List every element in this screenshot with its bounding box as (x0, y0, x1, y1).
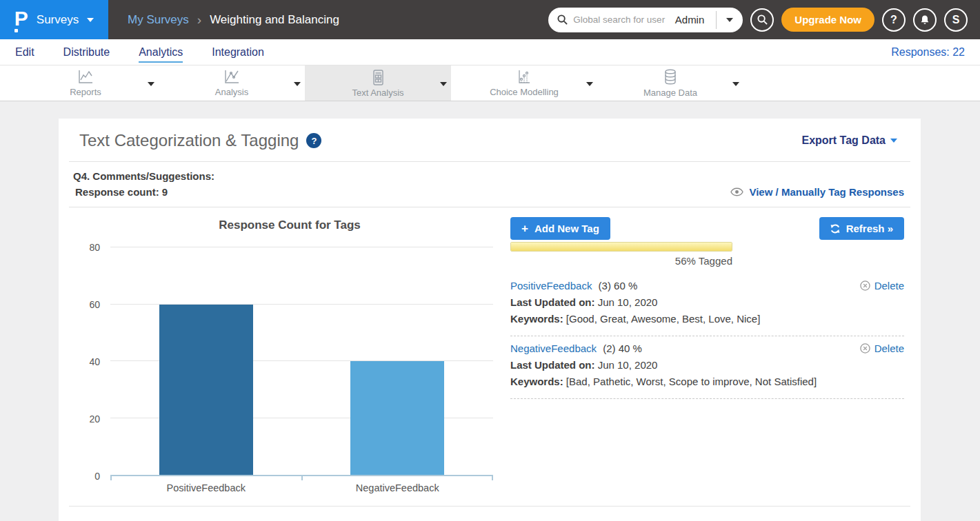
tag-keywords-line: Keywords: [Good, Great, Awesome, Best, L… (510, 313, 904, 325)
y-axis-tick-label: 0 (94, 471, 100, 482)
chevron-down-icon[interactable] (586, 82, 593, 86)
tagged-progress-bar (510, 242, 732, 252)
tab-text-analysis[interactable]: Text Analysis (305, 65, 451, 101)
chart-plot (110, 247, 493, 476)
tag-keywords-line: Keywords: [Bad, Pathetic, Worst, Scope t… (510, 376, 904, 387)
tag-entry: PositiveFeedback (3) 60 % Last Updated o… (510, 274, 904, 336)
chevron-down-icon[interactable] (726, 18, 733, 22)
chart-ylabels: 020406080 (69, 247, 110, 476)
nav-item-distribute[interactable]: Distribute (63, 41, 110, 63)
upgrade-now-button[interactable]: Upgrade Now (781, 8, 874, 32)
x-axis-tick (110, 475, 112, 480)
help-icon[interactable]: ? (306, 133, 321, 148)
nav-item-edit[interactable]: Edit (15, 41, 34, 63)
tab-reports[interactable]: Reports (12, 65, 159, 101)
tag-updated-line: Last Updated on: Jun 10, 2020 (510, 296, 904, 308)
chevron-down-icon (890, 139, 897, 143)
y-axis-tick-label: 40 (89, 356, 100, 367)
tag-list: PositiveFeedback (3) 60 % Last Updated o… (510, 274, 904, 399)
page-title: Text Categorization & Tagging ? (79, 131, 321, 150)
brand-logo: P (14, 8, 28, 32)
text-tagging-card: Text Categorization & Tagging ? Export T… (59, 119, 921, 521)
view-manually-tag-link[interactable]: View / Manually Tag Responses (730, 186, 904, 198)
tab-analysis[interactable]: Analysis (159, 65, 305, 101)
question-title: Q4. Comments/Suggestions: (73, 170, 214, 182)
x-axis-category-label: NegativeFeedback (302, 482, 494, 493)
product-switcher[interactable]: P Surveys (0, 0, 108, 39)
search-icon (757, 14, 768, 25)
gridline (110, 247, 493, 247)
help-button[interactable]: ? (882, 8, 906, 32)
tag-name-link[interactable]: NegativeFeedback (510, 343, 597, 354)
y-axis-tick-label: 80 (89, 242, 100, 253)
response-count: Response count: 9 (73, 186, 214, 198)
export-tag-data-dropdown[interactable]: Export Tag Data (802, 134, 898, 147)
add-new-tag-button[interactable]: + Add New Tag (510, 217, 610, 240)
delete-circle-x-icon (860, 343, 870, 354)
nav-item-integration[interactable]: Integration (212, 41, 264, 63)
tag-count-percent: (3) 60 % (599, 280, 638, 292)
y-axis-tick-label: 60 (89, 299, 100, 310)
tab-choice-modelling[interactable]: Choice Modelling (451, 65, 597, 101)
line-chart-icon (77, 69, 94, 85)
delete-circle-x-icon (860, 280, 870, 291)
chevron-down-icon (87, 18, 94, 22)
product-name: Surveys (37, 13, 79, 27)
chevron-down-icon[interactable] (294, 82, 301, 86)
tagged-progress-label: 56% Tagged (510, 255, 732, 267)
bar-PositiveFeedback (159, 305, 253, 476)
chevron-down-icon[interactable] (148, 82, 154, 86)
card-header: Text Categorization & Tagging ? Export T… (59, 119, 921, 161)
breadcrumb-separator-icon: › (197, 12, 201, 28)
tag-count-percent: (2) 40 % (603, 343, 642, 354)
top-header-bar: P Surveys My Surveys › Weighting and Bal… (0, 0, 980, 39)
analytics-module-tabs: Reports Analysis Text Analysis Choice Mo… (0, 65, 980, 101)
x-axis-category-label: PositiveFeedback (110, 482, 302, 493)
refresh-button[interactable]: Refresh » (819, 217, 904, 240)
tab-manage-data[interactable]: Manage Data (597, 65, 743, 101)
response-count-chart: Response Count for Tags 020406080 Positi… (69, 212, 510, 493)
search-button[interactable] (750, 8, 774, 32)
search-icon (557, 14, 568, 25)
plus-icon: + (521, 223, 528, 234)
global-search-input[interactable] (573, 14, 669, 25)
tag-name-link[interactable]: PositiveFeedback (510, 280, 592, 292)
database-icon (661, 68, 679, 86)
logo-dot (14, 29, 18, 32)
avatar[interactable]: S (944, 8, 968, 32)
question-summary: Q4. Comments/Suggestions: Response count… (59, 162, 921, 207)
y-axis-tick-label: 20 (89, 413, 100, 425)
divider (716, 11, 717, 29)
chevron-down-icon[interactable] (440, 82, 447, 86)
x-axis-tick (492, 475, 493, 480)
tag-panel: + Add New Tag Refresh » 56% Tagged Posit… (510, 212, 910, 493)
tag-delete-button[interactable]: Delete (860, 343, 904, 354)
divider (69, 506, 910, 507)
tag-updated-line: Last Updated on: Jun 10, 2020 (510, 359, 904, 371)
chevron-down-icon[interactable] (732, 82, 739, 86)
search-scope-label: Admin (675, 14, 711, 25)
trend-chart-icon (223, 69, 241, 85)
tag-entry: NegativeFeedback (2) 40 % Last Updated o… (510, 336, 904, 399)
tagging-content: Response Count for Tags 020406080 Positi… (59, 207, 921, 493)
tagged-progress-fill (511, 243, 732, 251)
scatter-chart-icon (515, 69, 533, 85)
chart-xlabels: PositiveFeedbackNegativeFeedback (110, 482, 493, 493)
x-axis-tick (301, 475, 303, 480)
survey-nav: Edit Distribute Analytics Integration Re… (0, 39, 980, 65)
notifications-button[interactable] (913, 8, 937, 32)
refresh-icon (830, 224, 840, 234)
bell-icon (919, 14, 930, 25)
responses-count[interactable]: Responses: 22 (891, 46, 965, 59)
tag-delete-button[interactable]: Delete (860, 280, 904, 292)
breadcrumb: My Surveys › Weighting and Balancing (128, 0, 339, 39)
text-report-icon (370, 69, 386, 86)
breadcrumb-my-surveys[interactable]: My Surveys (128, 13, 189, 27)
global-search-box[interactable]: Admin (548, 8, 743, 32)
bar-NegativeFeedback (350, 361, 444, 475)
nav-item-analytics[interactable]: Analytics (139, 41, 183, 63)
eye-icon (730, 187, 743, 196)
chart-title: Response Count for Tags (69, 218, 510, 232)
breadcrumb-current-survey: Weighting and Balancing (210, 13, 339, 27)
header-actions: Admin Upgrade Now ? S (548, 0, 980, 39)
